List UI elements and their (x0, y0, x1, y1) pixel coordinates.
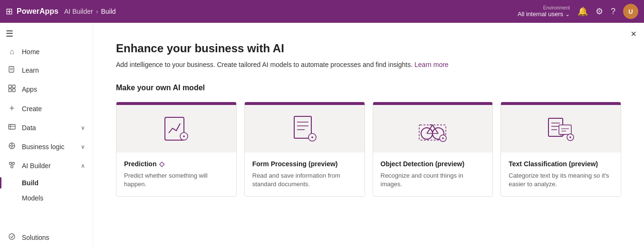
sidebar-sub-item-models-label: Models (22, 194, 43, 202)
svg-rect-0 (9, 66, 14, 72)
learn-more-link[interactable]: Learn more (414, 61, 449, 68)
sidebar-sub-item-build-label: Build (22, 179, 38, 187)
sidebar-item-solutions[interactable]: Solutions (0, 228, 93, 247)
svg-rect-5 (9, 89, 11, 92)
sidebar-item-business-logic[interactable]: Business logic ∨ (0, 137, 93, 156)
waffle-icon[interactable]: ⊞ (6, 6, 13, 17)
settings-icon[interactable]: ⚙ (596, 6, 603, 17)
ai-builder-icon (8, 161, 16, 171)
sidebar-item-home[interactable]: ⌂ Home (0, 43, 93, 61)
prediction-premium-icon: ◇ (159, 160, 164, 168)
form-processing-card[interactable]: Form Processing (preview) Read and save … (244, 102, 365, 197)
svg-line-33 (427, 125, 433, 133)
svg-rect-3 (9, 85, 11, 88)
text-classification-card-title: Text Classification (preview) (509, 160, 613, 168)
page-title: Enhance your business with AI (116, 42, 621, 55)
sidebar-item-business-logic-label: Business logic (22, 143, 75, 151)
environment-chevron-icon: ⌄ (565, 11, 570, 18)
sidebar-item-solutions-label: Solutions (22, 234, 85, 241)
breadcrumb-separator: › (96, 8, 98, 15)
notifications-icon[interactable]: 🔔 (577, 6, 588, 17)
main-layout: ☰ ⌂ Home Learn (0, 23, 644, 247)
sidebar-item-learn-label: Learn (22, 66, 85, 74)
app-name: PowerApps (17, 7, 58, 16)
text-classification-illustration (501, 105, 621, 152)
environment-value-row: All internal users ⌄ (518, 10, 570, 18)
text-classification-card-body: Text Classification (preview) Categorize… (501, 152, 621, 196)
breadcrumb-build: Build (101, 8, 115, 15)
sidebar-item-ai-builder-label: AI Builder (22, 162, 75, 170)
data-chevron-icon: ∨ (81, 124, 85, 131)
sidebar: ☰ ⌂ Home Learn (0, 23, 93, 247)
object-detection-card[interactable]: Object Detection (preview) Recognize and… (373, 102, 493, 197)
cards-grid: Prediction ◇ Predict whether something w… (116, 102, 621, 197)
object-detection-illustration (373, 105, 493, 152)
prediction-illustration (116, 105, 236, 152)
prediction-card[interactable]: Prediction ◇ Predict whether something w… (116, 102, 237, 197)
text-classification-card-desc: Categorize text by its meaning so it's e… (509, 171, 613, 189)
sidebar-sub-item-models[interactable]: Models (0, 190, 93, 206)
logo-area: ⊞ PowerApps (6, 6, 58, 17)
page-subtitle: Add intelligence to your business. Creat… (116, 61, 621, 68)
topbar: ⊞ PowerApps AI Builder › Build Environme… (0, 0, 644, 23)
environment-selector[interactable]: Environment All internal users ⌄ (518, 5, 570, 18)
sidebar-sub-item-build[interactable]: Build (0, 175, 93, 190)
page-subtitle-text: Add intelligence to your business. Creat… (116, 61, 413, 68)
svg-rect-6 (12, 89, 15, 92)
close-button[interactable]: × (631, 28, 636, 39)
content-area: × Enhance your business with AI Add inte… (93, 23, 644, 247)
sidebar-item-data[interactable]: Data ∨ (0, 118, 93, 137)
ai-builder-chevron-icon: ∧ (81, 162, 85, 169)
prediction-card-title: Prediction ◇ (124, 160, 229, 168)
svg-rect-7 (9, 124, 15, 129)
sidebar-item-apps-label: Apps (22, 86, 85, 93)
home-icon: ⌂ (8, 48, 16, 56)
svg-point-19 (9, 234, 15, 239)
object-detection-card-title: Object Detection (preview) (381, 160, 485, 168)
svg-point-16 (10, 162, 12, 165)
text-classification-card[interactable]: Text Classification (preview) Categorize… (500, 102, 621, 197)
apps-icon (8, 85, 16, 94)
form-processing-card-title: Form Processing (preview) (252, 160, 357, 168)
form-processing-illustration (245, 105, 365, 152)
svg-point-18 (11, 166, 13, 168)
sidebar-item-apps[interactable]: Apps (0, 80, 93, 99)
sidebar-collapse-button[interactable]: ☰ (0, 25, 93, 43)
svg-rect-24 (294, 116, 311, 138)
sidebar-item-create[interactable]: + Create (0, 99, 93, 118)
sidebar-item-create-label: Create (22, 105, 85, 113)
sidebar-item-ai-builder[interactable]: AI Builder ∧ (0, 156, 93, 175)
prediction-card-body: Prediction ◇ Predict whether something w… (116, 152, 236, 196)
business-logic-icon (8, 142, 16, 152)
environment-value: All internal users (518, 10, 563, 18)
svg-rect-45 (559, 125, 571, 134)
breadcrumb-ai-builder[interactable]: AI Builder (64, 8, 93, 15)
form-processing-card-desc: Read and save information from standard … (252, 171, 357, 189)
topbar-right: Environment All internal users ⌄ 🔔 ⚙ ? U (518, 4, 638, 19)
svg-line-34 (433, 125, 438, 133)
sidebar-item-home-label: Home (22, 48, 85, 56)
environment-label: Environment (543, 5, 570, 10)
solutions-icon (8, 233, 16, 242)
data-icon (8, 123, 16, 133)
sidebar-item-data-label: Data (22, 124, 75, 132)
prediction-card-desc: Predict whether something will happen. (124, 171, 229, 189)
learn-icon (8, 66, 16, 75)
create-icon: + (8, 104, 16, 114)
breadcrumb: AI Builder › Build (64, 8, 116, 15)
svg-point-17 (12, 162, 15, 165)
avatar[interactable]: U (623, 4, 638, 19)
form-processing-card-body: Form Processing (preview) Read and save … (245, 152, 365, 196)
business-logic-chevron-icon: ∨ (81, 143, 85, 150)
object-detection-card-desc: Recognize and count things in images. (381, 171, 485, 189)
section-title: Make your own AI model (116, 84, 621, 92)
object-detection-card-body: Object Detection (preview) Recognize and… (373, 152, 493, 196)
svg-rect-4 (12, 85, 15, 88)
svg-point-11 (11, 145, 13, 147)
sidebar-item-learn[interactable]: Learn (0, 61, 93, 80)
help-icon[interactable]: ? (611, 7, 615, 17)
